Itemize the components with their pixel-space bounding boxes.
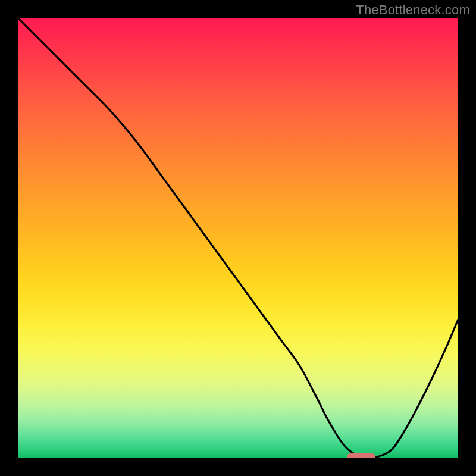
plot-area: [18, 18, 458, 458]
minimum-marker: [347, 453, 375, 458]
curve-path: [18, 18, 458, 457]
chart-frame: TheBottleneck.com: [0, 0, 476, 476]
bottleneck-curve: [18, 18, 458, 458]
watermark-text: TheBottleneck.com: [356, 2, 470, 18]
